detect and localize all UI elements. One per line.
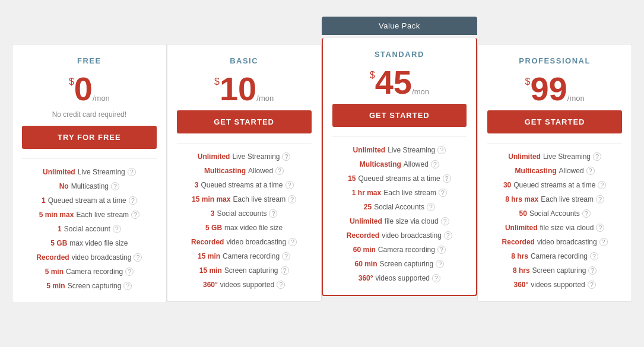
plan-card-free: FREE $0/mon No credit card required!TRY … (12, 44, 167, 303)
feature-item-standard-3: 1 hr max Each live stream? (332, 186, 467, 200)
feature-highlight-basic-3: 15 min max (192, 195, 230, 203)
feature-highlight-basic-1: Multicasting (204, 167, 246, 175)
feature-highlight-basic-8: 15 min (199, 266, 222, 275)
cta-btn-basic[interactable]: GET STARTED (177, 110, 312, 133)
feature-item-standard-6: Recorded video broadcasting? (332, 228, 467, 243)
feature-highlight-professional-8: 8 hrs (513, 266, 530, 275)
info-icon-standard-4[interactable]: ? (427, 203, 435, 211)
feature-item-standard-1: Multicasting Allowed? (332, 157, 467, 171)
cta-btn-professional[interactable]: GET STARTED (487, 110, 622, 133)
info-icon-free-6[interactable]: ? (134, 253, 142, 262)
feature-item-free-1: No Multicasting? (22, 179, 157, 193)
feature-item-basic-1: Multicasting Allowed? (177, 164, 312, 178)
feature-highlight-free-0: Unlimited (43, 168, 75, 176)
plan-title-free: FREE (22, 56, 157, 65)
feature-item-free-7: 5 min Camera recording? (22, 265, 157, 279)
info-icon-free-3[interactable]: ? (131, 211, 139, 219)
feature-item-free-8: 5 min Screen capturing? (22, 279, 157, 293)
feature-text-free-3: Each live stream (76, 211, 129, 219)
feature-text-standard-3: Each live stream (383, 189, 436, 197)
info-icon-basic-2[interactable]: ? (285, 181, 294, 189)
info-icon-basic-1[interactable]: ? (275, 167, 284, 175)
feature-item-free-0: Unlimited Live Streaming? (22, 165, 157, 179)
feature-text-free-1: Multicasting (71, 182, 109, 190)
info-icon-standard-7[interactable]: ? (437, 246, 446, 254)
info-icon-basic-8[interactable]: ? (281, 266, 289, 275)
feature-item-free-4: 1 Social account? (22, 222, 157, 236)
feature-text-professional-7: Camera recording (531, 252, 588, 260)
cta-btn-standard[interactable]: GET STARTED (332, 104, 467, 127)
feature-item-basic-6: Recorded video broadcasting? (177, 235, 312, 249)
plan-title-standard: STANDARD (332, 50, 467, 59)
info-icon-standard-2[interactable]: ? (443, 174, 451, 183)
feature-item-free-2: 1 Queued stream at a time? (22, 193, 157, 208)
feature-item-professional-5: Unlimited file size via cloud? (487, 221, 622, 235)
info-icon-free-1[interactable]: ? (111, 182, 119, 190)
info-icon-standard-8[interactable]: ? (436, 260, 444, 268)
feature-highlight-standard-7: 60 min (353, 246, 376, 254)
info-icon-professional-6[interactable]: ? (599, 238, 608, 246)
feature-highlight-free-4: 1 (58, 225, 62, 233)
feature-highlight-basic-9: 360° (203, 281, 218, 289)
feature-text-standard-9: videos supported (376, 274, 430, 282)
feature-highlight-free-3: 5 min max (39, 211, 74, 219)
feature-item-professional-8: 8 hrs Screen capturing? (487, 263, 622, 278)
info-icon-free-2[interactable]: ? (129, 196, 137, 205)
info-icon-standard-6[interactable]: ? (444, 231, 452, 240)
price-per-professional: /mon (567, 94, 585, 102)
info-icon-professional-4[interactable]: ? (582, 209, 591, 218)
plan-card-professional: PROFESSIONAL $99/mon GET STARTED Unlimit… (477, 44, 632, 302)
feature-item-standard-9: 360° videos supported? (332, 271, 467, 285)
feature-text-basic-2: Queued streams at a time (201, 181, 283, 189)
price-dollar-standard: $ (370, 71, 375, 80)
cta-btn-free[interactable]: TRY FOR FREE (22, 126, 157, 149)
price-amount-standard: 45 (375, 63, 412, 101)
info-icon-standard-0[interactable]: ? (437, 146, 446, 154)
info-icon-free-7[interactable]: ? (125, 268, 134, 276)
info-icon-professional-1[interactable]: ? (586, 167, 595, 175)
info-icon-free-0[interactable]: ? (128, 168, 136, 176)
info-icon-free-4[interactable]: ? (113, 225, 121, 233)
feature-text-professional-0: Live Streaming (543, 152, 591, 161)
info-icon-basic-6[interactable]: ? (288, 238, 297, 246)
feature-text-basic-5: max video file size (224, 224, 283, 232)
info-icon-professional-9[interactable]: ? (588, 281, 596, 289)
feature-text-free-5: max video file size (69, 239, 128, 247)
feature-highlight-free-1: No (59, 182, 69, 190)
info-icon-basic-0[interactable]: ? (282, 152, 290, 161)
info-icon-professional-2[interactable]: ? (598, 181, 606, 189)
feature-highlight-standard-8: 60 min (355, 260, 377, 268)
info-icon-professional-8[interactable]: ? (588, 266, 597, 275)
feature-highlight-standard-6: Recorded (347, 231, 379, 240)
feature-text-basic-9: videos supported (220, 281, 274, 289)
price-row-free: $0/mon (22, 72, 157, 106)
feature-text-professional-5: file size via cloud (540, 224, 594, 232)
feature-text-professional-8: Screen capturing (532, 266, 586, 275)
features-list-basic: Unlimited Live Streaming? Multicasting A… (177, 143, 312, 292)
feature-text-standard-7: Camera recording (378, 246, 435, 254)
info-icon-professional-7[interactable]: ? (590, 252, 598, 260)
info-icon-basic-7[interactable]: ? (282, 252, 290, 260)
info-icon-standard-9[interactable]: ? (432, 274, 440, 282)
info-icon-standard-5[interactable]: ? (441, 217, 449, 225)
info-icon-standard-3[interactable]: ? (439, 189, 447, 197)
info-icon-standard-1[interactable]: ? (431, 160, 439, 168)
feature-highlight-standard-0: Unlimited (353, 146, 386, 154)
feature-item-standard-7: 60 min Camera recording? (332, 243, 467, 257)
plan-card-standard: Value PackSTANDARD $45/mon GET STARTED U… (322, 38, 478, 296)
featured-badge: Value Pack (322, 17, 478, 35)
info-icon-basic-3[interactable]: ? (288, 195, 296, 203)
info-icon-professional-0[interactable]: ? (593, 152, 601, 161)
feature-highlight-standard-1: Multicasting (360, 160, 401, 168)
info-icon-professional-3[interactable]: ? (596, 195, 604, 203)
info-icon-basic-4[interactable]: ? (269, 209, 277, 218)
feature-highlight-free-6: Recorded (36, 253, 69, 262)
info-icon-professional-5[interactable]: ? (596, 224, 604, 232)
feature-text-basic-0: Live Streaming (232, 152, 280, 161)
feature-text-basic-3: Each live stream (233, 195, 285, 203)
feature-text-standard-4: Social Accounts (374, 203, 424, 211)
feature-text-free-0: Live Streaming (78, 168, 125, 176)
feature-highlight-free-5: 5 GB (50, 239, 67, 247)
info-icon-free-8[interactable]: ? (123, 282, 132, 290)
info-icon-basic-9[interactable]: ? (277, 281, 285, 289)
